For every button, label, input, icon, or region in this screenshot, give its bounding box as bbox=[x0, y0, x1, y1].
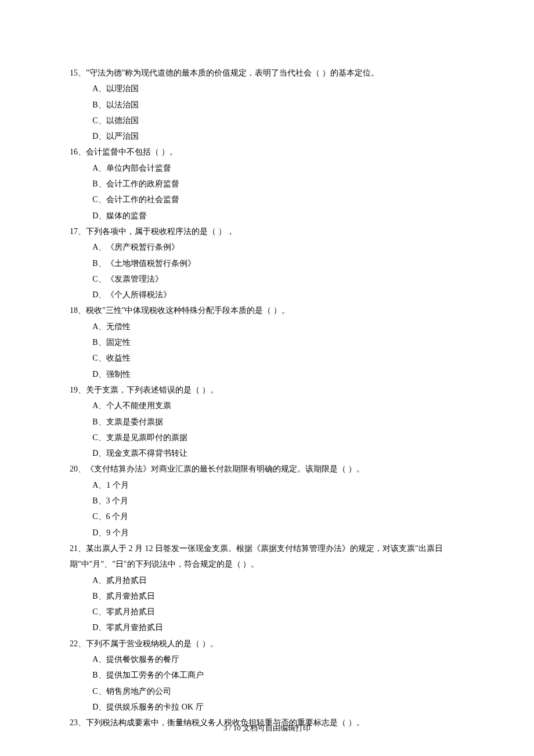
options-block: A、贰月拾贰日 B、贰月壹拾贰日 C、零贰月拾贰日 D、零贰月壹拾贰日 bbox=[70, 573, 464, 636]
question-text: 18、税收"三性"中体现税收这种特殊分配手段本质的是（ ）。 bbox=[70, 303, 464, 318]
question-18: 18、税收"三性"中体现税收这种特殊分配手段本质的是（ ）。 A、无偿性 B、固… bbox=[70, 303, 464, 381]
question-number: 17 bbox=[70, 227, 78, 236]
option-c: C、《发票管理法》 bbox=[92, 271, 464, 287]
question-body: 、关于支票，下列表述错误的是（ ）。 bbox=[78, 386, 218, 394]
question-17: 17、下列各项中，属于税收程序法的是（ ）， A、《房产税暂行条例》 B、《土地… bbox=[70, 224, 464, 303]
question-text: 20、《支付结算办法》对商业汇票的最长付款期限有明确的规定。该期限是（ ）。 bbox=[70, 461, 464, 477]
question-number: 22 bbox=[70, 639, 78, 648]
options-block: A、1 个月 B、3 个月 C、6 个月 D、9 个月 bbox=[70, 477, 464, 541]
question-16: 16、会计监督中不包括（ ）。 A、单位内部会计监督 B、会计工作的政府监督 C… bbox=[70, 144, 464, 223]
question-19: 19、关于支票，下列表述错误的是（ ）。 A、个人不能使用支票 B、支票是委付票… bbox=[70, 382, 464, 461]
question-number: 16 bbox=[70, 147, 78, 156]
question-21: 21、某出票人于 2 月 12 日签发一张现金支票。根据《票据支付结算管理办法》… bbox=[70, 541, 464, 636]
options-block: A、提供餐饮服务的餐厅 B、提供加工劳务的个体工商户 C、销售房地产的公司 D、… bbox=[70, 651, 464, 715]
options-block: A、《房产税暂行条例》 B、《土地增值税暂行条例》 C、《发票管理法》 D、《个… bbox=[70, 239, 464, 303]
question-body: 、下列各项中，属于税收程序法的是（ ）， bbox=[78, 227, 234, 236]
option-b: B、3 个月 bbox=[92, 493, 464, 509]
question-body: 、会计监督中不包括（ ）。 bbox=[78, 147, 178, 156]
question-text: 22、下列不属于营业税纳税人的是（ ）。 bbox=[70, 636, 464, 651]
options-block: A、无偿性 B、固定性 C、收益性 D、强制性 bbox=[70, 319, 464, 382]
options-block: A、个人不能使用支票 B、支票是委付票据 C、支票是见票即付的票据 D、现金支票… bbox=[70, 398, 464, 461]
document-page: 15、"守法为德"称为现代道德的最本质的价值规定，表明了当代社会（ ）的基本定位… bbox=[0, 0, 534, 756]
option-d: D、以严治国 bbox=[92, 128, 464, 144]
option-c: C、销售房地产的公司 bbox=[92, 683, 464, 699]
options-block: A、单位内部会计监督 B、会计工作的政府监督 C、会计工作的社会监督 D、媒体的… bbox=[70, 160, 464, 224]
question-text: 21、某出票人于 2 月 12 日签发一张现金支票。根据《票据支付结算管理办法》… bbox=[70, 541, 464, 573]
option-c: C、收益性 bbox=[92, 350, 464, 366]
option-b: B、《土地增值税暂行条例》 bbox=[92, 255, 464, 271]
option-a: A、以理治国 bbox=[92, 81, 464, 96]
question-body: 、《支付结算办法》对商业汇票的最长付款期限有明确的规定。该期限是（ ）。 bbox=[78, 465, 365, 473]
option-b: B、支票是委付票据 bbox=[92, 414, 464, 430]
question-text: 19、关于支票，下列表述错误的是（ ）。 bbox=[70, 382, 464, 398]
option-d: D、提供娱乐服务的卡拉 OK 厅 bbox=[92, 699, 464, 715]
option-b: B、提供加工劳务的个体工商户 bbox=[92, 667, 464, 683]
question-text: 17、下列各项中，属于税收程序法的是（ ）， bbox=[70, 224, 464, 239]
option-d: D、强制性 bbox=[92, 366, 464, 382]
question-body: 、下列不属于营业税纳税人的是（ ）。 bbox=[78, 639, 218, 648]
question-body: 、"守法为德"称为现代道德的最本质的价值规定，表明了当代社会（ ）的基本定位。 bbox=[78, 69, 379, 77]
option-c: C、6 个月 bbox=[92, 509, 464, 524]
question-body: 、某出票人于 2 月 12 日签发一张现金支票。根据《票据支付结算管理办法》的规… bbox=[70, 544, 443, 568]
option-c: C、零贰月拾贰日 bbox=[92, 604, 464, 620]
option-d: D、现金支票不得背书转让 bbox=[92, 445, 464, 461]
option-a: A、单位内部会计监督 bbox=[92, 160, 464, 176]
option-a: A、提供餐饮服务的餐厅 bbox=[92, 651, 464, 667]
option-c: C、会计工作的社会监督 bbox=[92, 192, 464, 207]
option-a: A、贰月拾贰日 bbox=[92, 573, 464, 588]
option-a: A、无偿性 bbox=[92, 319, 464, 334]
option-d: D、零贰月壹拾贰日 bbox=[92, 620, 464, 635]
question-text: 16、会计监督中不包括（ ）。 bbox=[70, 144, 464, 160]
option-c: C、以德治国 bbox=[92, 113, 464, 128]
option-b: B、以法治国 bbox=[92, 97, 464, 113]
question-number: 19 bbox=[70, 386, 78, 394]
option-a: A、《房产税暂行条例》 bbox=[92, 239, 464, 255]
option-c: C、支票是见票即付的票据 bbox=[92, 430, 464, 445]
option-b: B、会计工作的政府监督 bbox=[92, 176, 464, 192]
option-a: A、个人不能使用支票 bbox=[92, 398, 464, 413]
question-number: 18 bbox=[70, 306, 78, 315]
option-d: D、9 个月 bbox=[92, 525, 464, 541]
question-body: 、税收"三性"中体现税收这种特殊分配手段本质的是（ ）。 bbox=[78, 306, 290, 315]
question-text: 15、"守法为德"称为现代道德的最本质的价值规定，表明了当代社会（ ）的基本定位… bbox=[70, 65, 464, 81]
question-number: 15 bbox=[70, 69, 78, 77]
option-a: A、1 个月 bbox=[92, 477, 464, 493]
question-20: 20、《支付结算办法》对商业汇票的最长付款期限有明确的规定。该期限是（ ）。 A… bbox=[70, 461, 464, 540]
question-number: 20 bbox=[70, 465, 78, 473]
question-22: 22、下列不属于营业税纳税人的是（ ）。 A、提供餐饮服务的餐厅 B、提供加工劳… bbox=[70, 636, 464, 715]
question-15: 15、"守法为德"称为现代道德的最本质的价值规定，表明了当代社会（ ）的基本定位… bbox=[70, 65, 464, 144]
option-b: B、固定性 bbox=[92, 334, 464, 350]
page-footer: 3 / 10 文档可自由编辑打印 bbox=[0, 721, 534, 735]
question-number: 21 bbox=[70, 544, 78, 553]
option-d: D、《个人所得税法》 bbox=[92, 287, 464, 303]
option-b: B、贰月壹拾贰日 bbox=[92, 588, 464, 604]
options-block: A、以理治国 B、以法治国 C、以德治国 D、以严治国 bbox=[70, 81, 464, 144]
option-d: D、媒体的监督 bbox=[92, 208, 464, 224]
